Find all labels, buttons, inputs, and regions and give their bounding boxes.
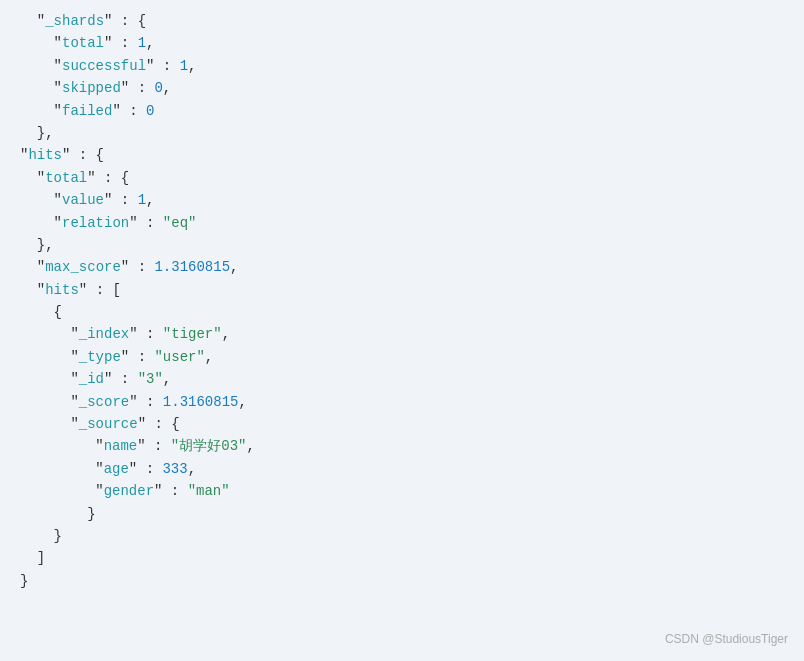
code-line-total-obj-open: "total" : { [20, 167, 784, 189]
code-line-total-obj-close: }, [20, 234, 784, 256]
code-line-name: "name" : "胡学好03", [20, 435, 784, 457]
code-line-successful: "successful" : 1, [20, 55, 784, 77]
code-viewer: "_shards" : { "total" : 1, "successful" … [0, 0, 804, 661]
code-line-shards-open: "_shards" : { [20, 10, 784, 32]
code-line-age: "age" : 333, [20, 458, 784, 480]
code-line-total: "total" : 1, [20, 32, 784, 54]
code-line-source-close: } [20, 503, 784, 525]
code-line-index: "_index" : "tiger", [20, 323, 784, 345]
code-line-source-open: "_source" : { [20, 413, 784, 435]
code-line-hit-obj-open: { [20, 301, 784, 323]
code-line-relation: "relation" : "eq" [20, 212, 784, 234]
code-line-shards-close: }, [20, 122, 784, 144]
code-line-max-score: "max_score" : 1.3160815, [20, 256, 784, 278]
code-line-value: "value" : 1, [20, 189, 784, 211]
code-line-hit-obj-close: } [20, 525, 784, 547]
code-line-type: "_type" : "user", [20, 346, 784, 368]
code-line-gender: "gender" : "man" [20, 480, 784, 502]
code-line-hits-close: } [20, 570, 784, 592]
code-line-score: "_score" : 1.3160815, [20, 391, 784, 413]
code-line-hits-arr-close: ] [20, 547, 784, 569]
code-line-failed: "failed" : 0 [20, 100, 784, 122]
code-line-hits-arr-open: "hits" : [ [20, 279, 784, 301]
code-line-skipped: "skipped" : 0, [20, 77, 784, 99]
code-line-id: "_id" : "3", [20, 368, 784, 390]
code-line-hits-open: "hits" : { [20, 144, 784, 166]
watermark-text: CSDN @StudiousTiger [665, 630, 788, 649]
